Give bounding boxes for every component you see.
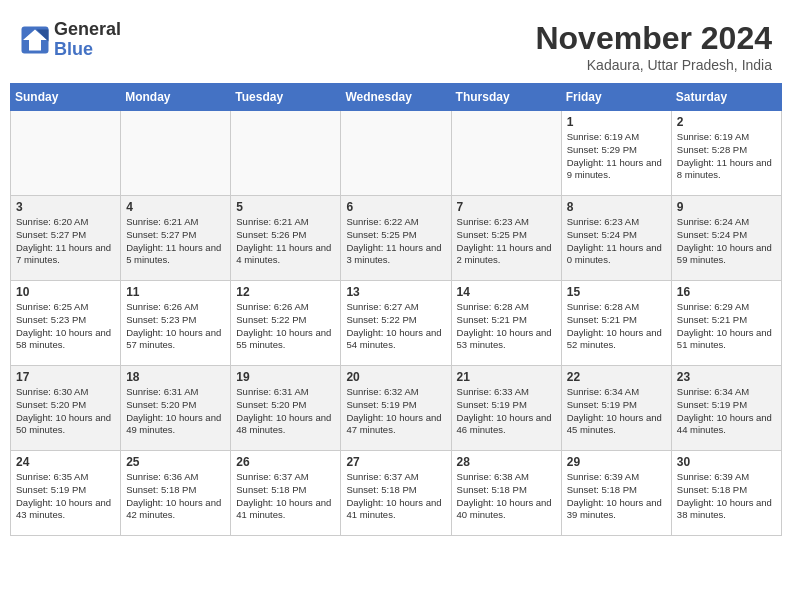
day-number: 26 (236, 455, 335, 469)
day-number: 22 (567, 370, 666, 384)
day-detail: Sunrise: 6:20 AM Sunset: 5:27 PM Dayligh… (16, 216, 115, 267)
day-detail: Sunrise: 6:33 AM Sunset: 5:19 PM Dayligh… (457, 386, 556, 437)
day-header-friday: Friday (561, 84, 671, 111)
calendar-cell: 24Sunrise: 6:35 AM Sunset: 5:19 PM Dayli… (11, 451, 121, 536)
days-of-week-row: SundayMondayTuesdayWednesdayThursdayFrid… (11, 84, 782, 111)
day-detail: Sunrise: 6:36 AM Sunset: 5:18 PM Dayligh… (126, 471, 225, 522)
calendar-cell: 16Sunrise: 6:29 AM Sunset: 5:21 PM Dayli… (671, 281, 781, 366)
day-number: 17 (16, 370, 115, 384)
day-detail: Sunrise: 6:38 AM Sunset: 5:18 PM Dayligh… (457, 471, 556, 522)
calendar-cell: 2Sunrise: 6:19 AM Sunset: 5:28 PM Daylig… (671, 111, 781, 196)
calendar-cell (11, 111, 121, 196)
calendar-week-2: 3Sunrise: 6:20 AM Sunset: 5:27 PM Daylig… (11, 196, 782, 281)
logo: General Blue (20, 20, 121, 60)
day-detail: Sunrise: 6:28 AM Sunset: 5:21 PM Dayligh… (567, 301, 666, 352)
day-number: 21 (457, 370, 556, 384)
day-number: 25 (126, 455, 225, 469)
calendar-cell: 30Sunrise: 6:39 AM Sunset: 5:18 PM Dayli… (671, 451, 781, 536)
day-number: 19 (236, 370, 335, 384)
day-number: 4 (126, 200, 225, 214)
day-number: 16 (677, 285, 776, 299)
calendar-week-4: 17Sunrise: 6:30 AM Sunset: 5:20 PM Dayli… (11, 366, 782, 451)
logo-icon (20, 25, 50, 55)
day-detail: Sunrise: 6:26 AM Sunset: 5:22 PM Dayligh… (236, 301, 335, 352)
calendar-cell: 19Sunrise: 6:31 AM Sunset: 5:20 PM Dayli… (231, 366, 341, 451)
day-detail: Sunrise: 6:23 AM Sunset: 5:24 PM Dayligh… (567, 216, 666, 267)
day-number: 2 (677, 115, 776, 129)
day-detail: Sunrise: 6:19 AM Sunset: 5:28 PM Dayligh… (677, 131, 776, 182)
day-number: 18 (126, 370, 225, 384)
day-number: 24 (16, 455, 115, 469)
calendar-cell: 10Sunrise: 6:25 AM Sunset: 5:23 PM Dayli… (11, 281, 121, 366)
calendar-cell (451, 111, 561, 196)
calendar-header: SundayMondayTuesdayWednesdayThursdayFrid… (11, 84, 782, 111)
day-detail: Sunrise: 6:39 AM Sunset: 5:18 PM Dayligh… (567, 471, 666, 522)
day-number: 5 (236, 200, 335, 214)
title-area: November 2024 Kadaura, Uttar Pradesh, In… (535, 20, 772, 73)
day-detail: Sunrise: 6:21 AM Sunset: 5:26 PM Dayligh… (236, 216, 335, 267)
day-number: 27 (346, 455, 445, 469)
calendar-table: SundayMondayTuesdayWednesdayThursdayFrid… (10, 83, 782, 536)
calendar-body: 1Sunrise: 6:19 AM Sunset: 5:29 PM Daylig… (11, 111, 782, 536)
calendar-cell: 22Sunrise: 6:34 AM Sunset: 5:19 PM Dayli… (561, 366, 671, 451)
calendar-cell: 28Sunrise: 6:38 AM Sunset: 5:18 PM Dayli… (451, 451, 561, 536)
calendar-cell: 27Sunrise: 6:37 AM Sunset: 5:18 PM Dayli… (341, 451, 451, 536)
calendar-cell: 14Sunrise: 6:28 AM Sunset: 5:21 PM Dayli… (451, 281, 561, 366)
calendar-cell: 25Sunrise: 6:36 AM Sunset: 5:18 PM Dayli… (121, 451, 231, 536)
day-detail: Sunrise: 6:31 AM Sunset: 5:20 PM Dayligh… (126, 386, 225, 437)
day-detail: Sunrise: 6:39 AM Sunset: 5:18 PM Dayligh… (677, 471, 776, 522)
day-number: 9 (677, 200, 776, 214)
day-number: 28 (457, 455, 556, 469)
day-number: 8 (567, 200, 666, 214)
day-number: 29 (567, 455, 666, 469)
location-text: Kadaura, Uttar Pradesh, India (535, 57, 772, 73)
day-detail: Sunrise: 6:21 AM Sunset: 5:27 PM Dayligh… (126, 216, 225, 267)
day-detail: Sunrise: 6:28 AM Sunset: 5:21 PM Dayligh… (457, 301, 556, 352)
day-detail: Sunrise: 6:24 AM Sunset: 5:24 PM Dayligh… (677, 216, 776, 267)
day-detail: Sunrise: 6:26 AM Sunset: 5:23 PM Dayligh… (126, 301, 225, 352)
day-number: 7 (457, 200, 556, 214)
day-number: 23 (677, 370, 776, 384)
logo-blue-text: Blue (54, 40, 121, 60)
calendar-week-5: 24Sunrise: 6:35 AM Sunset: 5:19 PM Dayli… (11, 451, 782, 536)
day-number: 1 (567, 115, 666, 129)
calendar-week-3: 10Sunrise: 6:25 AM Sunset: 5:23 PM Dayli… (11, 281, 782, 366)
logo-general-text: General (54, 20, 121, 40)
day-header-wednesday: Wednesday (341, 84, 451, 111)
day-detail: Sunrise: 6:35 AM Sunset: 5:19 PM Dayligh… (16, 471, 115, 522)
day-number: 12 (236, 285, 335, 299)
calendar-cell: 3Sunrise: 6:20 AM Sunset: 5:27 PM Daylig… (11, 196, 121, 281)
calendar-cell: 26Sunrise: 6:37 AM Sunset: 5:18 PM Dayli… (231, 451, 341, 536)
day-detail: Sunrise: 6:23 AM Sunset: 5:25 PM Dayligh… (457, 216, 556, 267)
day-number: 3 (16, 200, 115, 214)
day-number: 13 (346, 285, 445, 299)
calendar-cell: 29Sunrise: 6:39 AM Sunset: 5:18 PM Dayli… (561, 451, 671, 536)
day-detail: Sunrise: 6:37 AM Sunset: 5:18 PM Dayligh… (236, 471, 335, 522)
day-detail: Sunrise: 6:22 AM Sunset: 5:25 PM Dayligh… (346, 216, 445, 267)
day-number: 30 (677, 455, 776, 469)
day-detail: Sunrise: 6:29 AM Sunset: 5:21 PM Dayligh… (677, 301, 776, 352)
day-number: 10 (16, 285, 115, 299)
calendar-cell: 20Sunrise: 6:32 AM Sunset: 5:19 PM Dayli… (341, 366, 451, 451)
calendar-cell: 21Sunrise: 6:33 AM Sunset: 5:19 PM Dayli… (451, 366, 561, 451)
day-number: 20 (346, 370, 445, 384)
calendar-cell: 6Sunrise: 6:22 AM Sunset: 5:25 PM Daylig… (341, 196, 451, 281)
day-number: 15 (567, 285, 666, 299)
calendar-cell: 13Sunrise: 6:27 AM Sunset: 5:22 PM Dayli… (341, 281, 451, 366)
day-detail: Sunrise: 6:25 AM Sunset: 5:23 PM Dayligh… (16, 301, 115, 352)
calendar-cell: 11Sunrise: 6:26 AM Sunset: 5:23 PM Dayli… (121, 281, 231, 366)
day-detail: Sunrise: 6:30 AM Sunset: 5:20 PM Dayligh… (16, 386, 115, 437)
day-detail: Sunrise: 6:31 AM Sunset: 5:20 PM Dayligh… (236, 386, 335, 437)
day-header-saturday: Saturday (671, 84, 781, 111)
calendar-cell: 8Sunrise: 6:23 AM Sunset: 5:24 PM Daylig… (561, 196, 671, 281)
calendar-cell (121, 111, 231, 196)
calendar-cell: 7Sunrise: 6:23 AM Sunset: 5:25 PM Daylig… (451, 196, 561, 281)
day-header-tuesday: Tuesday (231, 84, 341, 111)
calendar-cell: 9Sunrise: 6:24 AM Sunset: 5:24 PM Daylig… (671, 196, 781, 281)
calendar-cell: 4Sunrise: 6:21 AM Sunset: 5:27 PM Daylig… (121, 196, 231, 281)
calendar-cell: 18Sunrise: 6:31 AM Sunset: 5:20 PM Dayli… (121, 366, 231, 451)
day-number: 14 (457, 285, 556, 299)
day-detail: Sunrise: 6:34 AM Sunset: 5:19 PM Dayligh… (677, 386, 776, 437)
day-detail: Sunrise: 6:37 AM Sunset: 5:18 PM Dayligh… (346, 471, 445, 522)
calendar-cell: 12Sunrise: 6:26 AM Sunset: 5:22 PM Dayli… (231, 281, 341, 366)
